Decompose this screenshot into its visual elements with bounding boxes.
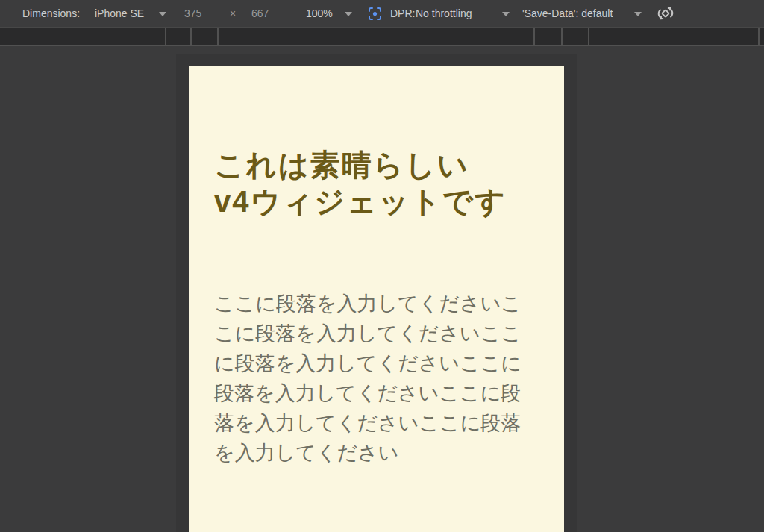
media-query-separator [758, 28, 760, 45]
page-paragraph: ここに段落を入力してくださいここに段落を入力してくださいここに段落を入力してくだ… [214, 289, 539, 468]
save-data-select[interactable]: 'Save-Data': default [522, 0, 642, 27]
media-query-separator [217, 28, 219, 45]
page-heading-line2: v4ウィジェットです [214, 185, 507, 218]
media-query-separator [588, 28, 589, 45]
chevron-down-icon [634, 12, 642, 16]
throttling-select-value: No throttling [416, 7, 472, 19]
media-query-separator [561, 28, 563, 45]
viewport-height-value: 667 [251, 0, 269, 27]
dpr-label: DPR: [390, 0, 415, 27]
throttling-select[interactable]: No throttling [416, 0, 510, 27]
device-viewport: これは素晴らしいv4ウィジェットです ここに段落を入力してくださいここに段落を入… [189, 66, 564, 532]
chevron-down-icon [502, 12, 510, 16]
device-select[interactable]: iPhone SE [95, 0, 166, 27]
chevron-down-icon [345, 12, 352, 16]
page-heading-line1: これは素晴らしい [214, 148, 469, 181]
chevron-down-icon [159, 12, 166, 16]
device-canvas: これは素晴らしいv4ウィジェットです ここに段落を入力してくださいここに段落を入… [0, 48, 764, 532]
zoom-select[interactable]: 100% [306, 0, 352, 27]
times-separator: × [230, 0, 236, 27]
media-query-separator [190, 28, 192, 45]
page-heading: これは素晴らしいv4ウィジェットです [214, 147, 539, 220]
media-query-separator [533, 28, 535, 45]
focus-icon[interactable] [367, 0, 383, 27]
zoom-select-value: 100% [306, 7, 333, 19]
dimensions-label: Dimensions: [22, 0, 80, 27]
media-query-bar[interactable] [0, 27, 764, 46]
device-toolbar: Dimensions: iPhone SE 375 × 667 100% DPR… [0, 0, 764, 27]
rotate-viewport-icon[interactable] [657, 0, 674, 27]
viewport-width-value: 375 [184, 0, 201, 27]
devtools-device-mode: Dimensions: iPhone SE 375 × 667 100% DPR… [0, 0, 764, 532]
save-data-select-value: 'Save-Data': default [522, 7, 613, 19]
media-query-separator [165, 28, 166, 45]
device-select-value: iPhone SE [95, 7, 144, 19]
